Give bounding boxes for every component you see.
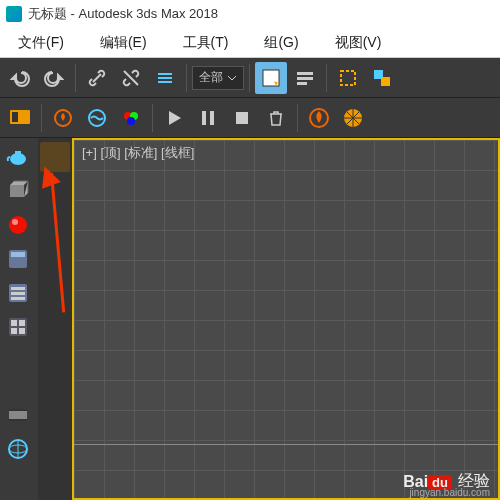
select-name-icon — [295, 68, 315, 88]
svg-rect-27 — [11, 287, 25, 290]
fire-icon — [53, 108, 73, 128]
main-toolbar: 全部 — [0, 58, 500, 98]
app-icon — [6, 6, 22, 22]
box-tool[interactable] — [3, 176, 33, 206]
teapot-icon — [6, 145, 30, 169]
pause-icon — [199, 109, 217, 127]
watermark-url: jingyan.baidu.com — [409, 487, 490, 498]
link-button[interactable] — [81, 62, 113, 94]
svg-rect-21 — [10, 185, 24, 197]
globe-tool[interactable] — [3, 434, 33, 464]
unlink-icon — [121, 68, 141, 88]
undo-button[interactable] — [4, 62, 36, 94]
menu-edit[interactable]: 编辑(E) — [82, 30, 165, 56]
menu-file[interactable]: 文件(F) — [0, 30, 82, 56]
viewport-axis — [74, 444, 498, 445]
film-tool[interactable] — [3, 400, 33, 430]
select-by-name-button[interactable] — [289, 62, 321, 94]
workspace-button[interactable] — [4, 102, 36, 134]
marquee-button[interactable] — [332, 62, 364, 94]
trash-button[interactable] — [260, 102, 292, 134]
svg-rect-2 — [297, 77, 313, 80]
separator — [186, 64, 187, 92]
svg-rect-4 — [341, 71, 355, 85]
color-icon — [121, 108, 141, 128]
bind-button[interactable] — [149, 62, 181, 94]
selection-filter-dropdown[interactable]: 全部 — [192, 66, 244, 90]
svg-point-13 — [127, 117, 135, 125]
window-title: 无标题 - Autodesk 3ds Max 2018 — [28, 5, 218, 23]
box-icon — [6, 179, 30, 203]
workspace-icon — [8, 106, 32, 130]
viewport-top[interactable]: [+] [顶] [标准] [线框] — [72, 138, 500, 500]
bind-icon — [155, 68, 175, 88]
title-bar: 无标题 - Autodesk 3ds Max 2018 — [0, 0, 500, 28]
separator — [249, 64, 250, 92]
play-button[interactable] — [158, 102, 190, 134]
viewport-tab-1[interactable] — [40, 142, 70, 172]
viewport-tab-2[interactable] — [40, 175, 70, 205]
track-tool[interactable] — [3, 278, 33, 308]
svg-rect-16 — [236, 112, 248, 124]
svg-rect-6 — [381, 77, 390, 86]
svg-rect-31 — [11, 320, 17, 326]
spacer — [3, 346, 35, 396]
undo-icon — [10, 68, 30, 88]
stop-icon — [233, 109, 251, 127]
svg-rect-34 — [19, 328, 25, 334]
svg-rect-36 — [9, 409, 27, 411]
teapot-tool[interactable] — [3, 142, 33, 172]
select-icon — [260, 67, 282, 89]
redo-button[interactable] — [38, 62, 70, 94]
fireball-button[interactable] — [303, 102, 335, 134]
unlink-button[interactable] — [115, 62, 147, 94]
fire-button[interactable] — [47, 102, 79, 134]
film-icon — [6, 403, 30, 427]
pause-button[interactable] — [192, 102, 224, 134]
svg-point-23 — [12, 219, 18, 225]
render-icon — [342, 107, 364, 129]
menu-tools[interactable]: 工具(T) — [165, 30, 247, 56]
svg-point-22 — [9, 216, 27, 234]
fireball-icon — [308, 107, 330, 129]
svg-rect-28 — [11, 292, 25, 295]
secondary-toolbar — [0, 98, 500, 138]
svg-rect-8 — [12, 112, 18, 122]
chevron-down-icon — [227, 73, 237, 83]
dropdown-label: 全部 — [199, 69, 223, 86]
list-tool[interactable] — [3, 312, 33, 342]
render-button[interactable] — [337, 102, 369, 134]
track-icon — [6, 281, 30, 305]
svg-rect-1 — [297, 72, 313, 75]
select-object-button[interactable] — [255, 62, 287, 94]
water-icon — [87, 108, 107, 128]
separator — [152, 104, 153, 132]
svg-rect-15 — [210, 111, 214, 125]
viewport-label[interactable]: [+] [顶] [标准] [线框] — [82, 144, 194, 162]
water-button[interactable] — [81, 102, 113, 134]
separator — [75, 64, 76, 92]
separator — [41, 104, 42, 132]
svg-rect-32 — [19, 320, 25, 326]
separator — [326, 64, 327, 92]
svg-rect-3 — [297, 82, 307, 85]
sphere-tool[interactable] — [3, 210, 33, 240]
color-button[interactable] — [115, 102, 147, 134]
svg-rect-20 — [15, 151, 21, 155]
redo-icon — [44, 68, 64, 88]
marquee-icon — [338, 68, 358, 88]
sphere-icon — [6, 213, 30, 237]
stop-button[interactable] — [226, 102, 258, 134]
window-crossing-icon — [372, 68, 392, 88]
separator — [297, 104, 298, 132]
panel-icon — [6, 247, 30, 271]
svg-rect-14 — [202, 111, 206, 125]
play-icon — [165, 109, 183, 127]
panel-tool[interactable] — [3, 244, 33, 274]
window-crossing-button[interactable] — [366, 62, 398, 94]
menu-group[interactable]: 组(G) — [246, 30, 316, 56]
svg-rect-33 — [11, 328, 17, 334]
link-icon — [87, 68, 107, 88]
svg-rect-25 — [11, 252, 25, 257]
menu-view[interactable]: 视图(V) — [317, 30, 400, 56]
